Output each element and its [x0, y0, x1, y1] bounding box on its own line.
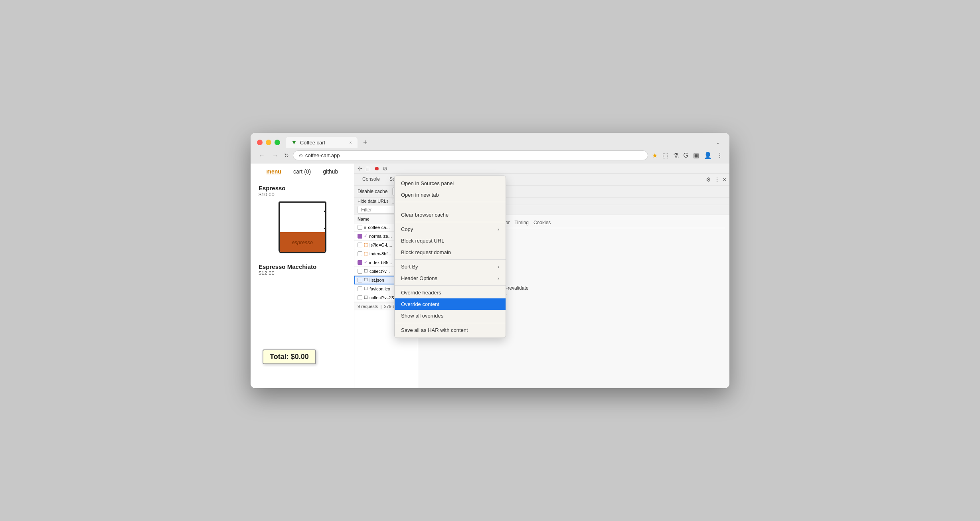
menu-item-sort-by[interactable]: Sort By ›: [395, 261, 506, 272]
coffee-item-macchiato: Espresso Macchiato $12.00: [251, 259, 354, 284]
menu-item-header-options[interactable]: Header Options ›: [395, 272, 506, 284]
menu-item-open-sources[interactable]: Open in Sources panel: [395, 178, 506, 189]
traffic-lights: [257, 140, 280, 145]
devtools-settings-icon[interactable]: ⚙: [706, 176, 711, 183]
row-checkbox[interactable]: [358, 243, 362, 247]
row-checkbox[interactable]: [358, 278, 362, 282]
row-file-icon: ⬚: [364, 251, 368, 256]
row-file-icon: ⬚: [364, 242, 368, 247]
menu-item-copy[interactable]: Copy ›: [395, 223, 506, 235]
close-window-button[interactable]: [257, 140, 263, 145]
browser-content: menu cart (0) github Espresso $10.00 esp…: [251, 164, 729, 388]
tab-favicon-icon: ▼: [291, 139, 297, 146]
nav-menu-link[interactable]: menu: [267, 168, 281, 175]
menu-separator: [395, 259, 506, 260]
webpage-nav: menu cart (0) github: [251, 164, 354, 179]
title-bar: ▼ Coffee cart × + ⌄: [251, 133, 729, 148]
menu-item-show-overrides[interactable]: Show all overrides: [395, 310, 506, 322]
coffee-item-espresso: Espresso $10.00 espresso: [251, 179, 354, 259]
active-tab[interactable]: ▼ Coffee cart ×: [286, 137, 358, 148]
menu-item-block-domain[interactable]: Block request domain: [395, 247, 506, 258]
menu-item-save-har[interactable]: Save all as HAR with content: [395, 324, 506, 336]
row-file-icon: ☐: [364, 295, 368, 300]
chrome-menu-icon[interactable]: ⋮: [717, 152, 723, 159]
bookmark-star-icon[interactable]: ★: [652, 152, 658, 159]
devtools-more-icon[interactable]: ⋮: [714, 176, 720, 183]
address-url: coffee-cart.app: [305, 152, 340, 158]
profile-icon[interactable]: 👤: [704, 152, 712, 159]
menu-item-block-url[interactable]: Block request URL: [395, 235, 506, 247]
refresh-button[interactable]: ↻: [284, 152, 289, 159]
total-badge: Total: $0.00: [263, 349, 316, 364]
row-name: index-b85...: [369, 260, 392, 265]
maximize-window-button[interactable]: [275, 140, 280, 145]
row-name: favicon.ico: [369, 286, 390, 291]
tab-dropdown-button[interactable]: ⌄: [716, 140, 723, 145]
forward-button[interactable]: →: [271, 152, 280, 159]
hide-data-urls-label: Hide data URLs: [358, 199, 389, 203]
back-button[interactable]: ←: [257, 152, 267, 159]
espresso-liquid: espresso: [280, 232, 325, 252]
macchiato-price: $12.00: [259, 270, 346, 276]
header-options-arrow-icon: ›: [498, 276, 499, 281]
row-name: js?id=G-L...: [369, 243, 392, 247]
clear-icon[interactable]: ⊘: [383, 165, 387, 172]
menu-item-clear-cookies[interactable]: Clear browser cache: [395, 209, 506, 221]
tab-console[interactable]: Console: [358, 174, 385, 186]
nav-github-link[interactable]: github: [323, 168, 338, 175]
row-checkbox[interactable]: [358, 251, 362, 256]
sidebar-icon[interactable]: ▣: [693, 152, 699, 159]
row-file-icon: ☐: [364, 286, 368, 291]
row-checkbox[interactable]: [358, 225, 362, 230]
menu-separator: [395, 285, 506, 286]
menu-separator: [395, 323, 506, 323]
espresso-name: Espresso: [259, 185, 346, 191]
detail-tab-timing[interactable]: Timing: [514, 218, 529, 228]
espresso-cup[interactable]: espresso: [279, 201, 326, 253]
extension-icon[interactable]: ⬚: [662, 152, 668, 159]
menu-item-open-new-tab[interactable]: Open in new tab: [395, 189, 506, 201]
device-toggle-icon[interactable]: ⬚: [366, 165, 371, 172]
row-name: normalize...: [369, 234, 392, 239]
row-name: list.json: [369, 278, 384, 282]
row-name: coffee-ca...: [368, 225, 389, 230]
inspect-element-icon[interactable]: ⊹: [358, 165, 362, 172]
menu-item-clear-cache[interactable]: [395, 203, 506, 209]
tab-row: ▼ Coffee cart × + ⌄: [257, 137, 723, 148]
row-checkbox[interactable]: [358, 295, 362, 300]
disable-cache-label: Disable cache: [358, 189, 387, 194]
nav-cart-link[interactable]: cart (0): [293, 168, 311, 175]
row-checkbox[interactable]: [358, 269, 362, 274]
webpage-panel: menu cart (0) github Espresso $10.00 esp…: [251, 164, 354, 388]
espresso-price: $10.00: [259, 191, 346, 197]
requests-count: 9 requests: [358, 304, 378, 309]
devtools-close-icon[interactable]: ×: [723, 176, 726, 183]
row-checkbox[interactable]: [358, 286, 362, 291]
address-bar: ← → ↻ ⊙ coffee-cart.app ★ ⬚ ⚗ G ▣ 👤 ⋮: [251, 148, 729, 164]
row-file-icon: ✓: [364, 233, 368, 239]
security-icon: ⊙: [299, 153, 303, 158]
context-menu[interactable]: Open in Sources panel Open in new tab Cl…: [394, 176, 506, 338]
row-checkbox[interactable]: [358, 234, 362, 239]
recording-stop-icon[interactable]: ⏺: [374, 165, 379, 172]
row-checkbox[interactable]: [358, 260, 362, 265]
address-input[interactable]: ⊙ coffee-cart.app: [293, 150, 648, 160]
sort-arrow-icon: ›: [498, 264, 499, 270]
google-icon[interactable]: G: [684, 152, 688, 159]
menu-item-override-content[interactable]: Override content: [395, 298, 506, 310]
row-name: collect?v...: [369, 269, 390, 274]
row-file-icon: ≡: [364, 225, 366, 230]
new-tab-button[interactable]: +: [361, 138, 370, 147]
row-file-icon: ☐: [364, 268, 368, 274]
row-name: index-8bf...: [369, 251, 391, 256]
lab-icon[interactable]: ⚗: [673, 152, 679, 159]
detail-tab-cookies[interactable]: Cookies: [533, 218, 551, 228]
minimize-window-button[interactable]: [266, 140, 271, 145]
toolbar-icons: ★ ⬚ ⚗ G ▣ 👤 ⋮: [652, 152, 723, 159]
menu-item-override-headers[interactable]: Override headers: [395, 287, 506, 298]
row-file-icon: ✓: [364, 260, 368, 265]
menu-separator: [395, 222, 506, 222]
browser-window: ▼ Coffee cart × + ⌄ ← → ↻ ⊙ coffee-cart.…: [251, 133, 729, 388]
row-file-icon: ☐: [364, 277, 368, 282]
tab-close-button[interactable]: ×: [350, 140, 352, 145]
